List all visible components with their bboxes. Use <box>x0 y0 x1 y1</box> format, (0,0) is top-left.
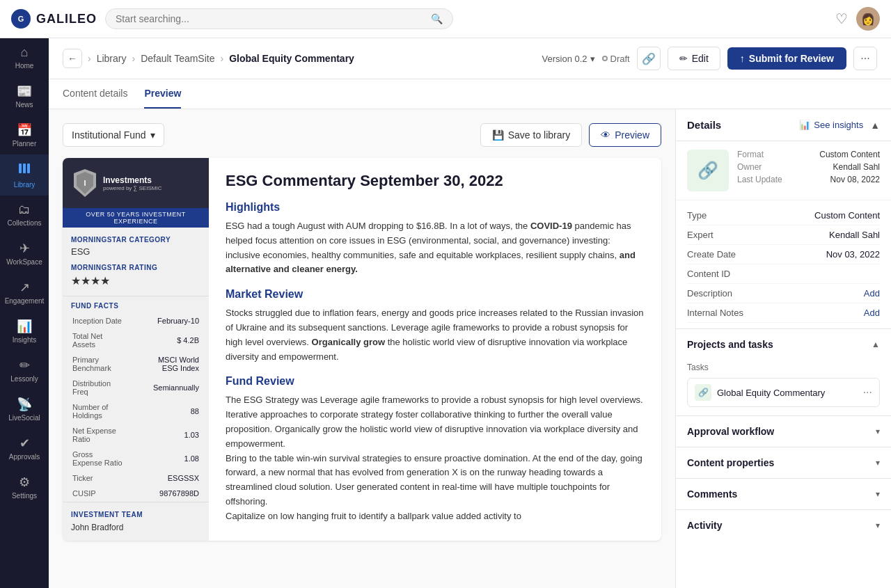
detail-label: Description <box>687 288 732 299</box>
sidebar-label-lessonly: Lessonly <box>10 375 38 383</box>
dropdown-chevron-icon: ▾ <box>150 129 155 141</box>
detail-label: Type <box>687 210 707 221</box>
search-icon: 🔍 <box>431 13 443 24</box>
sidebar-item-engagement[interactable]: ↗ Engagement <box>0 273 49 312</box>
thumbnail-icon: 🔗 <box>697 161 718 180</box>
sidebar-item-library[interactable]: Library <box>0 154 49 196</box>
fund-shield-logo: I <box>72 168 97 198</box>
insights-icon: 📊 <box>17 319 32 334</box>
preview-button[interactable]: 👁 Preview <box>589 123 661 147</box>
approval-workflow-section: Approval workflow ▾ <box>676 415 891 447</box>
sidebar-item-approvals[interactable]: ✔ Approvals <box>0 429 49 468</box>
sidebar-item-collections[interactable]: 🗂 Collections <box>0 196 49 234</box>
sidebar-label-insights: Insights <box>13 336 36 344</box>
detail-value: Custom Content <box>814 210 880 221</box>
meta-owner: Owner Kendall Sahl <box>737 162 880 172</box>
esg-title: ESG Commentary September 30, 2022 <box>226 172 645 190</box>
morningstar-category-label: MORNINGSTAR CATEGORY <box>71 236 200 244</box>
fund-fact-label: Inception Date <box>64 314 132 328</box>
fund-facts-table: Inception DateFebruary-10Total Net Asset… <box>63 312 209 502</box>
projects-tasks-header[interactable]: Projects and tasks ▲ <box>676 329 891 360</box>
fund-fact-row: Primary BenchmarkMSCI World ESG Index <box>64 353 207 375</box>
fund-fact-label: Total Net Assets <box>64 329 132 351</box>
card-badge: OVER 50 YEARS INVESTMENT EXPERIENCE <box>63 208 209 228</box>
see-insights-button[interactable]: 📊 See insights <box>799 120 863 130</box>
detail-row: Type Custom Content <box>687 206 880 225</box>
fund-fact-label: Gross Expense Ratio <box>64 447 132 470</box>
approval-workflow-header[interactable]: Approval workflow ▾ <box>676 416 891 447</box>
breadcrumb-library[interactable]: Library <box>97 53 127 64</box>
detail-value: Nov 03, 2022 <box>826 249 880 260</box>
activity-section: Activity ▾ <box>676 509 891 541</box>
sidebar-item-home[interactable]: ⌂ Home <box>0 38 49 77</box>
fund-fact-value: 1.03 <box>133 424 207 446</box>
search-input[interactable] <box>116 13 425 24</box>
task-name: Global Equity Commentary <box>717 388 825 398</box>
sidebar-item-news[interactable]: 📰 News <box>0 77 49 116</box>
fund-fact-value: Semiannually <box>133 376 207 399</box>
link-button[interactable]: 🔗 <box>637 47 661 70</box>
more-options-button[interactable]: ··· <box>853 47 877 70</box>
svg-rect-3 <box>23 164 26 173</box>
fund-fact-row: TickerESGSSX <box>64 471 207 485</box>
comments-chevron: ▾ <box>876 489 880 499</box>
task-icon: 🔗 <box>695 384 711 401</box>
task-more-button[interactable]: ··· <box>863 386 872 399</box>
avatar[interactable]: 👩 <box>856 7 880 31</box>
planner-icon: 📅 <box>17 122 32 138</box>
activity-header[interactable]: Activity ▾ <box>676 510 891 541</box>
submit-icon: ↑ <box>740 53 745 64</box>
settings-icon: ⚙ <box>19 475 30 490</box>
tab-preview[interactable]: Preview <box>144 79 181 109</box>
save-to-library-button[interactable]: 💾 Save to library <box>480 123 582 147</box>
dropdown-label: Institutional Fund <box>72 129 146 141</box>
collapse-details-button[interactable]: ▲ <box>870 120 880 131</box>
tasks-area: Tasks 🔗 Global Equity Commentary ··· <box>676 360 891 415</box>
card-left-panel: I Investments powered by ∑ SEISMIC OVER … <box>63 158 209 541</box>
edit-button[interactable]: ✏ Edit <box>668 47 720 70</box>
sidebar-label-planner: Planner <box>13 140 36 148</box>
detail-label: Expert <box>687 230 713 240</box>
meta-last-update: Last Update Nov 08, 2022 <box>737 175 880 184</box>
version-badge[interactable]: Version 0.2 ▾ <box>542 54 595 64</box>
details-title: Details <box>687 119 721 131</box>
detail-value[interactable]: Add <box>864 308 880 318</box>
topbar-right: ♡ 👩 <box>835 7 880 31</box>
projects-tasks-section: Projects and tasks ▲ Tasks 🔗 Global Equi… <box>676 328 891 415</box>
fund-fact-value: MSCI World ESG Index <box>133 353 207 375</box>
breadcrumb-sep-1: › <box>88 53 91 64</box>
tab-content-details[interactable]: Content details <box>63 79 127 109</box>
fund-fact-row: Distribution FreqSemiannually <box>64 376 207 399</box>
sidebar-item-insights[interactable]: 📊 Insights <box>0 312 49 351</box>
fund-fact-value: 98767898D <box>133 486 207 500</box>
svg-text:I: I <box>84 179 86 187</box>
content-properties-header[interactable]: Content properties ▾ <box>676 447 891 478</box>
institutional-fund-dropdown[interactable]: Institutional Fund ▾ <box>63 123 164 147</box>
fund-fact-value: February-10 <box>133 314 207 328</box>
detail-label: Content ID <box>687 269 730 279</box>
fund-review-text: The ESG Strategy was Leverage agile fram… <box>226 393 645 523</box>
favorites-icon[interactable]: ♡ <box>835 10 848 27</box>
sidebar-item-settings[interactable]: ⚙ Settings <box>0 468 49 507</box>
card-right-content: ESG Commentary September 30, 2022 Highli… <box>209 158 661 541</box>
comments-header[interactable]: Comments ▾ <box>676 479 891 509</box>
fund-review-heading: Fund Review <box>226 375 645 388</box>
submit-for-review-button[interactable]: ↑ Submit for Review <box>727 47 846 70</box>
sidebar: ⌂ Home 📰 News 📅 Planner Library 🗂 Collec… <box>0 38 49 588</box>
search-bar[interactable]: 🔍 <box>105 8 453 29</box>
detail-row: Content ID <box>687 264 880 284</box>
highlights-bold1: COVID-19 <box>530 221 572 231</box>
sidebar-item-lessonly[interactable]: ✏ Lessonly <box>0 351 49 390</box>
back-button[interactable]: ← <box>63 49 82 68</box>
detail-label: Create Date <box>687 249 736 260</box>
sidebar-item-planner[interactable]: 📅 Planner <box>0 116 49 154</box>
sidebar-label-approvals: Approvals <box>9 453 40 461</box>
sidebar-item-workspace[interactable]: ✈ WorkSpace <box>0 234 49 273</box>
breadcrumb-teamsite[interactable]: Default TeamSite <box>141 53 214 64</box>
fund-fact-row: Gross Expense Ratio1.08 <box>64 447 207 470</box>
market-review-bold: Organically grow <box>312 337 385 347</box>
sidebar-item-livesocial[interactable]: 📡 LiveSocial <box>0 390 49 429</box>
investment-team-section: INVESTMENT TEAM John Bradford <box>63 502 209 541</box>
approval-workflow-title: Approval workflow <box>687 426 774 437</box>
detail-value[interactable]: Add <box>864 288 880 299</box>
